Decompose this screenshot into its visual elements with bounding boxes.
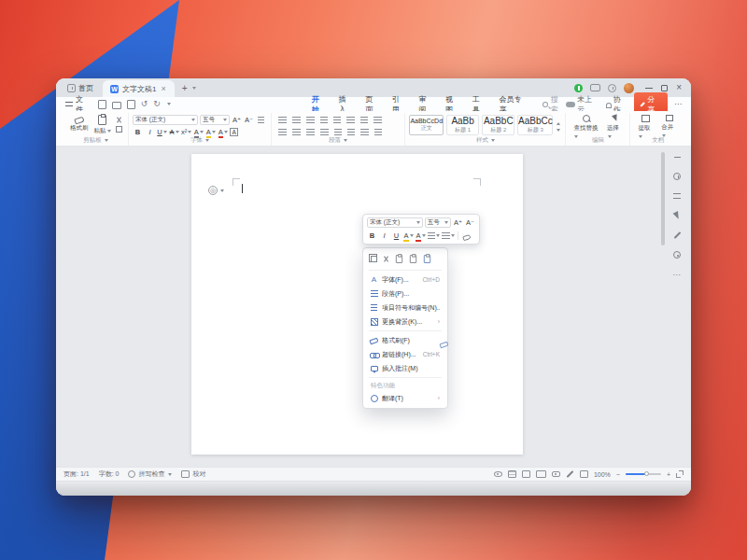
- settings-icon[interactable]: [672, 250, 682, 259]
- ink-icon[interactable]: [567, 470, 574, 478]
- borders-icon[interactable]: [374, 129, 382, 135]
- menu-item-bullets-numbering[interactable]: 项目符号和编号(N)...: [363, 301, 447, 315]
- grow-font-button[interactable]: A⁺: [232, 115, 242, 125]
- zoom-slider[interactable]: [626, 473, 661, 475]
- decrease-indent-icon[interactable]: [320, 117, 328, 123]
- avatar[interactable]: [624, 83, 634, 93]
- clear-format-button[interactable]: [256, 115, 266, 125]
- spellcheck-button[interactable]: 拼写检查: [128, 469, 172, 479]
- redo-icon[interactable]: ↻: [153, 100, 161, 108]
- pointer-icon[interactable]: [672, 211, 682, 220]
- menu-item-font[interactable]: A 字体(F)... Ctrl+D: [363, 273, 447, 287]
- distribute-icon[interactable]: [334, 129, 342, 135]
- numbering-icon[interactable]: [292, 117, 301, 123]
- select-button[interactable]: 选择: [603, 113, 626, 139]
- quick-access-chevron-icon[interactable]: [167, 103, 171, 105]
- bullets-icon[interactable]: [278, 117, 287, 123]
- mini-grow-font-button[interactable]: A⁺: [453, 217, 463, 228]
- show-marks-icon[interactable]: [374, 117, 382, 123]
- zoom-in-button[interactable]: +: [667, 471, 670, 478]
- style-normal[interactable]: AaBbCcDd 正文: [409, 115, 444, 135]
- menu-item-translate[interactable]: 翻译(T) ›: [363, 391, 447, 405]
- cut-icon[interactable]: [383, 256, 389, 262]
- two-page-view-icon[interactable]: [536, 470, 546, 478]
- mini-underline-button[interactable]: U: [391, 231, 402, 241]
- style-heading3[interactable]: AaBbCc 标题 3: [517, 115, 553, 135]
- page-view-icon[interactable]: [508, 470, 516, 478]
- font-family-select[interactable]: 宋体 (正文): [133, 115, 198, 125]
- sort-icon[interactable]: [360, 117, 368, 123]
- style-heading2[interactable]: AaBbC 标题 2: [482, 115, 514, 135]
- undo-icon[interactable]: ↺: [141, 100, 148, 108]
- copy-icon[interactable]: [116, 126, 122, 133]
- navigate-icon[interactable]: [672, 191, 682, 201]
- tab-close-icon[interactable]: ×: [160, 84, 166, 93]
- minimize-icon[interactable]: [645, 88, 653, 89]
- print-icon[interactable]: [112, 102, 121, 109]
- mini-shrink-font-button[interactable]: A⁻: [465, 217, 475, 228]
- outline-view-icon[interactable]: [552, 471, 560, 477]
- justify-icon[interactable]: [320, 129, 329, 135]
- cut-icon[interactable]: [116, 117, 122, 123]
- align-left-icon[interactable]: [278, 129, 287, 135]
- font-size-select[interactable]: 五号: [200, 115, 230, 125]
- style-heading1[interactable]: AaBb 标题 1: [446, 115, 479, 135]
- menu-item-insert-comment[interactable]: 插入批注(M): [363, 361, 447, 375]
- mini-highlight-button[interactable]: A: [403, 231, 414, 241]
- format-painter-button[interactable]: 格式刷: [67, 113, 92, 135]
- menu-item-paragraph[interactable]: 段落(P)...: [363, 287, 447, 301]
- history-icon[interactable]: [608, 84, 616, 92]
- proofread-button[interactable]: 校对: [181, 469, 205, 479]
- increase-indent-icon[interactable]: [333, 117, 341, 123]
- menu-item-change-background[interactable]: 更换背景(K)... ›: [363, 315, 447, 329]
- mini-bold-button[interactable]: B: [367, 231, 377, 241]
- more-menu[interactable]: ⋯: [674, 100, 682, 108]
- paste-text-only-icon[interactable]: [424, 255, 430, 263]
- mini-align-button[interactable]: [442, 231, 455, 241]
- fit-page-icon[interactable]: [580, 470, 588, 478]
- upgrade-icon[interactable]: [574, 84, 583, 92]
- mini-font-color-button[interactable]: A: [416, 231, 426, 241]
- styles-scroll-up-icon[interactable]: [557, 122, 560, 125]
- mini-font-family-select[interactable]: 宋体 (正文): [367, 217, 423, 228]
- mini-bullets-button[interactable]: [428, 231, 440, 241]
- maximize-icon[interactable]: [661, 85, 668, 91]
- save-icon[interactable]: [98, 100, 106, 109]
- chevron-down-icon[interactable]: [192, 87, 196, 90]
- shading-icon[interactable]: [347, 129, 355, 135]
- document-page[interactable]: ◎: [191, 154, 523, 455]
- styles-scroll-down-icon[interactable]: [557, 129, 560, 132]
- symbol-icon[interactable]: [346, 117, 355, 123]
- web-view-icon[interactable]: [522, 470, 530, 478]
- merge-button[interactable]: 合并: [657, 113, 681, 139]
- extract-button[interactable]: 提取: [634, 113, 657, 139]
- multilevel-list-icon[interactable]: [306, 117, 315, 123]
- new-tab-button[interactable]: +: [175, 78, 204, 97]
- mini-format-painter-icon[interactable]: [462, 232, 471, 238]
- menu-item-format-painter[interactable]: 格式刷(F): [363, 333, 447, 347]
- more-tools-icon[interactable]: ⋯: [672, 270, 682, 279]
- fullscreen-icon[interactable]: [676, 470, 684, 478]
- eye-protect-icon[interactable]: [494, 471, 502, 477]
- close-icon[interactable]: ×: [676, 83, 682, 92]
- paste-keep-format-icon[interactable]: [410, 255, 416, 263]
- zoom-level[interactable]: 100%: [594, 471, 611, 478]
- find-replace-button[interactable]: 查找替换: [570, 113, 602, 139]
- word-count[interactable]: 字数: 0: [99, 469, 120, 479]
- paste-icon[interactable]: [396, 255, 402, 263]
- export-pdf-icon[interactable]: [127, 100, 135, 109]
- pen-icon[interactable]: [672, 231, 682, 240]
- align-right-icon[interactable]: [306, 129, 315, 135]
- zoom-slider-thumb[interactable]: [644, 471, 649, 476]
- collapse-icon[interactable]: [672, 152, 682, 161]
- scrollbar-thumb[interactable]: [661, 152, 665, 245]
- smart-assist-button[interactable]: ◎: [208, 186, 224, 195]
- mini-italic-button[interactable]: I: [379, 231, 389, 241]
- align-center-icon[interactable]: [292, 129, 301, 135]
- tab-document[interactable]: W 文字文稿1 ×: [103, 80, 175, 97]
- paste-button[interactable]: 粘贴: [92, 113, 114, 135]
- char-border-button[interactable]: A: [230, 128, 238, 136]
- menu-item-hyperlink[interactable]: 超链接(H)... Ctrl+K: [363, 347, 447, 361]
- zoom-out-button[interactable]: −: [616, 471, 620, 478]
- history-clock-icon[interactable]: [672, 172, 682, 181]
